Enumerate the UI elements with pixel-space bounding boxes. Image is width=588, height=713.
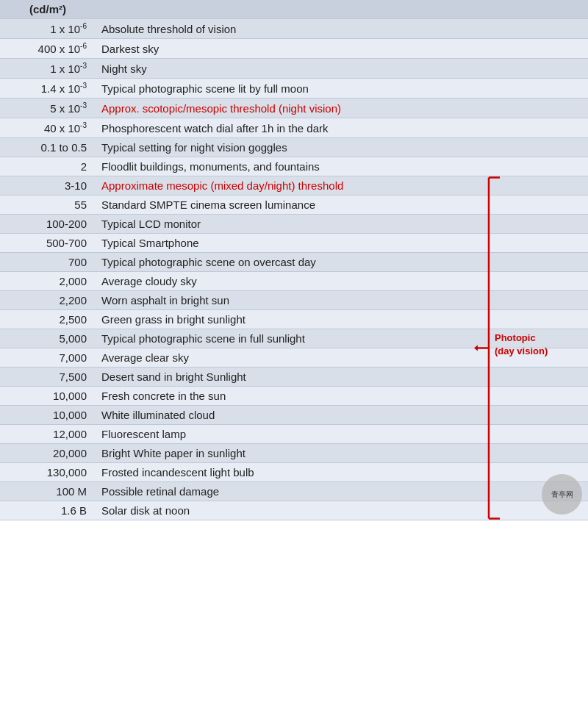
cell-value: 5 x 10-3 [0, 98, 96, 118]
cell-value: 5,000 [0, 329, 96, 348]
table-row: 3-10Approximate mesopic (mixed day/night… [0, 176, 588, 196]
table-header-row: (cd/m²) [0, 0, 588, 19]
cell-value: 1 x 10-6 [0, 19, 96, 39]
table-row: 20,000Bright White paper in sunlight [0, 444, 588, 463]
cell-desc: Floodlit buildings, monuments, and fount… [96, 157, 588, 176]
table-row: 1 x 10-3Night sky [0, 59, 588, 79]
cell-desc: Fluorescent lamp [96, 425, 588, 444]
cell-desc: Average cloudy sky [96, 272, 588, 291]
cell-value: 10,000 [0, 406, 96, 425]
cell-value: 700 [0, 253, 96, 272]
watermark: 青亭网 [542, 474, 582, 515]
cell-value: 7,500 [0, 368, 96, 387]
cell-value: 55 [0, 196, 96, 215]
table-row: 10,000White illuminated cloud [0, 406, 588, 425]
table-row: 7,000Average clear sky [0, 348, 588, 368]
cell-desc: Darkest sky [96, 39, 588, 59]
cell-desc: Typical setting for night vision goggles [96, 138, 588, 157]
luminance-table-container: (cd/m²) 1 x 10-6Absolute threshold of vi… [0, 0, 588, 520]
table-row: 1.4 x 10-3Typical photographic scene lit… [0, 79, 588, 98]
cell-value: 3-10 [0, 176, 96, 196]
cell-desc: Night sky [96, 59, 588, 79]
table-row: 12,000Fluorescent lamp [0, 425, 588, 444]
table-row: 100 MPossible retinal damage [0, 482, 588, 501]
cell-desc: Typical LCD monitor [96, 215, 588, 234]
header-desc [96, 0, 588, 19]
cell-desc: Typical photographic scene in full sunli… [96, 329, 588, 348]
cell-value: 2,500 [0, 310, 96, 329]
cell-desc: Typical photographic scene lit by full m… [96, 79, 588, 98]
table-row: 2,000Average cloudy sky [0, 272, 588, 291]
cell-desc: Worn asphalt in bright sun [96, 291, 588, 310]
table-row: 5 x 10-3Approx. scotopic/mesopic thresho… [0, 98, 588, 118]
cell-value: 100-200 [0, 215, 96, 234]
cell-desc: Possible retinal damage [96, 482, 588, 501]
table-row: 1.6 BSolar disk at noon [0, 501, 588, 520]
cell-desc: Approx. scotopic/mesopic threshold (nigh… [96, 98, 588, 118]
cell-desc: Approximate mesopic (mixed day/night) th… [96, 176, 588, 196]
table-row: 100-200Typical LCD monitor [0, 215, 588, 234]
cell-value: 7,000 [0, 348, 96, 368]
table-row: 10,000Fresh concrete in the sun [0, 387, 588, 406]
header-value: (cd/m²) [0, 0, 96, 19]
cell-desc: Green grass in bright sunlight [96, 310, 588, 329]
cell-desc: Phosphorescent watch dial after 1h in th… [96, 118, 588, 138]
table-row: 500-700Typical Smartphone [0, 234, 588, 253]
cell-value: 1 x 10-3 [0, 59, 96, 79]
cell-desc: Typical Smartphone [96, 234, 588, 253]
cell-value: 10,000 [0, 387, 96, 406]
cell-value: 130,000 [0, 463, 96, 482]
cell-value: 400 x 10-6 [0, 39, 96, 59]
table-row: 1 x 10-6Absolute threshold of vision [0, 19, 588, 39]
luminance-table: (cd/m²) 1 x 10-6Absolute threshold of vi… [0, 0, 588, 520]
cell-desc: Absolute threshold of vision [96, 19, 588, 39]
table-row: 2,200Worn asphalt in bright sun [0, 291, 588, 310]
cell-value: 40 x 10-3 [0, 118, 96, 138]
cell-value: 0.1 to 0.5 [0, 138, 96, 157]
table-row: 400 x 10-6Darkest sky [0, 39, 588, 59]
table-row: 2,500Green grass in bright sunlight [0, 310, 588, 329]
table-row: 5,000Typical photographic scene in full … [0, 329, 588, 348]
cell-desc: Typical photographic scene on overcast d… [96, 253, 588, 272]
cell-desc: Fresh concrete in the sun [96, 387, 588, 406]
cell-value: 1.6 B [0, 501, 96, 520]
table-row: 55Standard SMPTE cinema screen luminance [0, 196, 588, 215]
cell-value: 20,000 [0, 444, 96, 463]
table-row: 40 x 10-3Phosphorescent watch dial after… [0, 118, 588, 138]
cell-value: 500-700 [0, 234, 96, 253]
cell-value: 2,200 [0, 291, 96, 310]
table-row: 700Typical photographic scene on overcas… [0, 253, 588, 272]
cell-value: 2 [0, 157, 96, 176]
table-row: 7,500Desert sand in bright Sunlight [0, 368, 588, 387]
cell-value: 100 M [0, 482, 96, 501]
cell-desc: Standard SMPTE cinema screen luminance [96, 196, 588, 215]
cell-value: 12,000 [0, 425, 96, 444]
cell-value: 1.4 x 10-3 [0, 79, 96, 98]
table-row: 130,000Frosted incandescent light bulb [0, 463, 588, 482]
cell-desc: Frosted incandescent light bulb [96, 463, 588, 482]
cell-desc: Bright White paper in sunlight [96, 444, 588, 463]
table-row: 2Floodlit buildings, monuments, and foun… [0, 157, 588, 176]
cell-value: 2,000 [0, 272, 96, 291]
cell-desc: Average clear sky [96, 348, 588, 368]
cell-desc: Solar disk at noon [96, 501, 588, 520]
cell-desc: Desert sand in bright Sunlight [96, 368, 588, 387]
table-row: 0.1 to 0.5Typical setting for night visi… [0, 138, 588, 157]
cell-desc: White illuminated cloud [96, 406, 588, 425]
